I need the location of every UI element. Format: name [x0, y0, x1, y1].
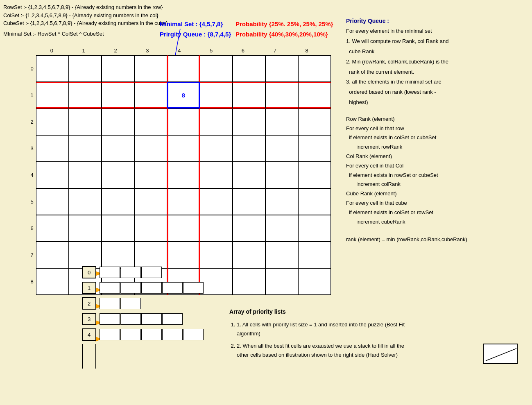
priority-queue-annotation: Prirgity Queue : {8,7,4,5}	[160, 31, 231, 38]
cell-8-8	[298, 268, 331, 295]
col-header-1: 1	[68, 48, 100, 54]
blue-cell-value: 8	[182, 92, 185, 99]
grid-row-7: 7	[28, 242, 331, 268]
cell-7-1	[69, 242, 102, 268]
cell-7-0	[36, 242, 69, 268]
cell-3-3	[134, 135, 167, 162]
cell-0-1	[69, 55, 102, 82]
col-header-5: 5	[195, 48, 227, 54]
rr-line-12: rank (element) = min (rowRank,colRank,cu…	[346, 235, 526, 244]
col-headers: 0 1 2 3 4 5 6 7 8	[28, 48, 323, 54]
cell-3-4	[167, 135, 200, 162]
probability-2: Probability {40%,30%,20%,10%}	[235, 31, 328, 38]
cell-3-5	[200, 135, 233, 162]
cell-6-3	[134, 215, 167, 242]
row-label-0: 0	[28, 55, 36, 82]
cell-6-2	[102, 215, 134, 242]
col-header-0: 0	[36, 48, 68, 54]
row-label-1: 1	[28, 82, 36, 109]
cell-4-2	[102, 162, 134, 188]
pl-boxes-1	[100, 282, 204, 294]
main-container: RowSet :- {1,2,3,4,5,6,7,8,9} - {Already…	[0, 0, 532, 405]
rp-line-1: 1. We will compute row Rank, col Rank an…	[346, 37, 526, 46]
pl-boxes-0	[100, 267, 162, 278]
pl-continuation	[82, 344, 96, 369]
grid: 0 1 8	[28, 55, 331, 295]
cell-7-4	[167, 242, 200, 268]
row-7-cells	[36, 242, 331, 268]
cell-4-6	[233, 162, 265, 188]
priority-list-section: 0 1 2	[82, 266, 204, 369]
cell-4-3	[134, 162, 167, 188]
cell-8-7	[265, 268, 298, 295]
rr-line-7: increment colRank	[346, 180, 526, 189]
col-header-6: 6	[227, 48, 259, 54]
minimal-set-annotation: Minimal Set : {4,5,7,8}	[160, 20, 223, 27]
row-label-7: 7	[28, 242, 36, 268]
cell-1-2	[102, 82, 134, 109]
cell-0-0	[36, 55, 69, 82]
rp-line-2: cube Rank	[346, 48, 526, 56]
col-header-2: 2	[100, 48, 131, 54]
pl-box-1-2	[141, 282, 162, 294]
cell-0-6	[233, 55, 265, 82]
cell-3-2	[102, 135, 134, 162]
pl-box-1-3	[162, 282, 183, 294]
cell-5-8	[298, 188, 331, 215]
pl-box-3-1	[120, 313, 141, 325]
pl-box-1-0	[100, 282, 120, 294]
cell-7-2	[102, 242, 134, 268]
pl-box-0-0	[100, 267, 120, 278]
pl-box-1-1	[120, 282, 141, 294]
cell-1-5	[200, 82, 233, 109]
rp-line-3: 2. Min (rowRank, colRank,cubeRank) is th…	[346, 58, 526, 66]
minimal-set-info: MInimal Set :- RowSet ^ ColSet ^ CubeSet	[3, 30, 168, 38]
row-1-cells: 8	[36, 82, 331, 109]
bottom-right-description: Array of priority lists 1. All cells wit…	[229, 307, 405, 363]
pl-box-0-2	[141, 267, 162, 278]
pl-row-2: 2	[82, 297, 204, 310]
cell-1-7	[265, 82, 298, 109]
cell-6-1	[69, 215, 102, 242]
cell-0-8	[298, 55, 331, 82]
pl-label-0: 0	[82, 266, 96, 278]
rp-line-0: For every element in the minimal set	[346, 27, 526, 36]
cell-7-5	[200, 242, 233, 268]
pl-box-3-3	[162, 313, 183, 325]
cell-6-7	[265, 215, 298, 242]
pl-label-3: 3	[82, 313, 96, 325]
cell-0-5	[200, 55, 233, 82]
cell-4-8	[298, 162, 331, 188]
pq-title: Priority Queue :	[346, 16, 526, 25]
cell-5-2	[102, 188, 134, 215]
pl-box-3-2	[141, 313, 162, 325]
rr-line-6: if element exists in rowSet or cubeSet	[346, 171, 526, 180]
cell-7-6	[233, 242, 265, 268]
pl-label-4: 4	[82, 328, 96, 341]
rr-line-5: For every cell in that Col	[346, 162, 526, 170]
row-label-3: 3	[28, 135, 36, 162]
row-6-cells	[36, 215, 331, 242]
row-label-5: 5	[28, 188, 36, 215]
cell-6-8	[298, 215, 331, 242]
rr-line-8: Cube Rank (element)	[346, 190, 526, 198]
pl-box-4-0	[100, 329, 120, 340]
row-4-cells	[36, 162, 331, 188]
cell-0-3	[134, 55, 167, 82]
col-set-info: ColSet :- {1,2,3,4,5,6,7,8,9} - {Already…	[3, 11, 168, 20]
grid-row-5: 5	[28, 188, 331, 215]
grid-row-4: 4	[28, 162, 331, 188]
row-set-info: RowSet :- {1,2,3,4,5,6,7,8,9} - {Already…	[3, 3, 168, 11]
pl-boxes-4	[100, 329, 204, 340]
cell-5-7	[265, 188, 298, 215]
cell-5-0	[36, 188, 69, 215]
cell-2-1	[69, 109, 102, 135]
row-3-cells	[36, 135, 331, 162]
rp-line-4: rank of the current element.	[346, 68, 526, 77]
cell-5-5	[200, 188, 233, 215]
cell-6-6	[233, 215, 265, 242]
svg-line-6	[486, 348, 516, 361]
cell-0-2	[102, 55, 134, 82]
rp-line-5: 3. all the elements in the minimal set a…	[346, 78, 526, 86]
grid-row-1: 1 8	[28, 82, 331, 109]
